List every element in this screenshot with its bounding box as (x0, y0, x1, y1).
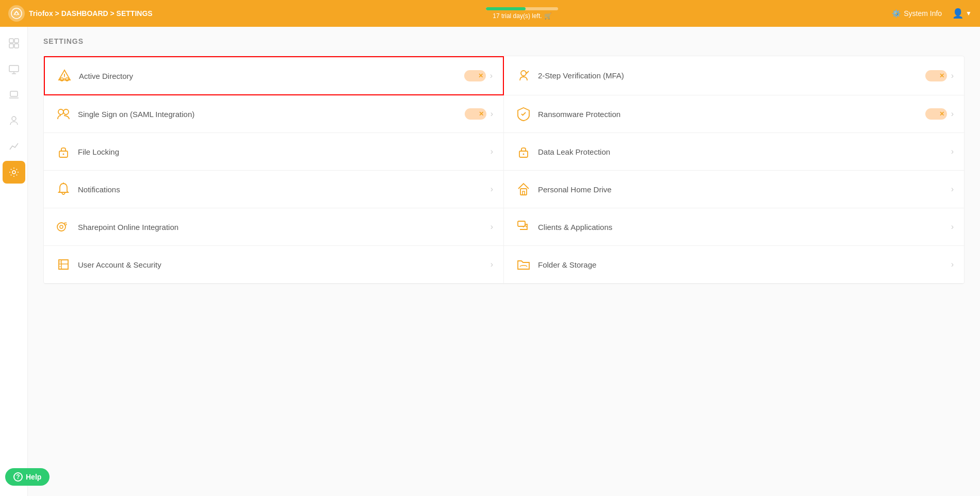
trial-progress-fill (486, 7, 526, 10)
user-account-label: User Account & Security (78, 260, 486, 269)
toggle-switch-ransomware[interactable]: ✕ (925, 108, 947, 120)
clients-icon (514, 218, 533, 236)
user-account-chevron: › (491, 260, 493, 269)
trial-bar-container: 17 trial day(s) left. 🛒 (486, 7, 558, 20)
help-circle-icon: ? (13, 472, 23, 482)
svg-point-9 (12, 171, 15, 174)
sidebar-item-dashboard[interactable] (3, 32, 25, 55)
svg-rect-2 (9, 39, 13, 43)
personal-home-chevron: › (951, 185, 954, 194)
svg-rect-7 (10, 91, 18, 96)
settings-item-folder-storage[interactable]: Folder & Storage › (504, 246, 964, 284)
user-avatar[interactable]: 👤 ▼ (952, 8, 972, 19)
sidebar-item-analytics[interactable] (3, 135, 25, 158)
sharepoint-label: Sharepoint Online Integration (78, 223, 486, 232)
settings-item-personal-home[interactable]: Personal Home Drive › (504, 171, 964, 208)
system-info-label: System Info (904, 9, 942, 18)
sidebar-item-laptop[interactable] (3, 84, 25, 106)
svg-rect-26 (518, 221, 525, 226)
active-directory-icon (55, 67, 74, 85)
folder-storage-chevron: › (951, 260, 954, 269)
notifications-chevron: › (491, 185, 493, 194)
main-layout: SETTINGS Active Directory (0, 27, 980, 496)
sharepoint-chevron: › (491, 222, 493, 232)
ransomware-chevron: › (951, 109, 954, 119)
trial-label: 17 trial day(s) left. (493, 12, 542, 20)
file-locking-icon (54, 142, 73, 161)
ransomware-toggle[interactable]: ✕ (925, 108, 947, 120)
sso-icon (54, 105, 73, 123)
toggle-switch-sso[interactable]: ✕ (465, 108, 486, 120)
settings-item-notifications[interactable]: Notifications › (44, 171, 504, 208)
notifications-icon (54, 180, 73, 199)
sidebar-item-users[interactable] (3, 109, 25, 132)
trial-progress-bar (486, 7, 558, 10)
user-icon: 👤 (952, 8, 963, 19)
logo[interactable] (8, 5, 25, 22)
svg-point-12 (66, 78, 69, 81)
folder-storage-label: Folder & Storage (538, 260, 947, 269)
page-title: SETTINGS (43, 37, 965, 45)
settings-item-sso[interactable]: Single Sign on (SAML Integration) ✕ › (44, 95, 504, 133)
toggle-x-ransomware-icon: ✕ (939, 110, 944, 118)
personal-home-label: Personal Home Drive (538, 185, 947, 194)
header-right: ⚙️ System Info 👤 ▼ (892, 8, 972, 19)
2step-toggle[interactable]: ✕ (925, 70, 947, 81)
svg-point-27 (60, 261, 61, 262)
svg-rect-22 (522, 191, 525, 195)
svg-point-28 (60, 266, 61, 267)
active-directory-label: Active Directory (79, 72, 464, 80)
active-directory-toggle[interactable]: ✕ (464, 70, 486, 81)
brand-name: Triofox (29, 9, 53, 18)
2step-icon (514, 67, 533, 85)
cart-icon[interactable]: 🛒 (544, 12, 552, 20)
svg-point-0 (11, 8, 22, 19)
settings-item-file-locking[interactable]: File Locking › (44, 133, 504, 171)
folder-storage-icon (514, 255, 533, 274)
svg-text:S: S (64, 221, 67, 226)
settings-item-ransomware[interactable]: Ransomware Protection ✕ › (504, 95, 964, 133)
sep1: > (55, 9, 61, 18)
settings-item-2step[interactable]: 2-Step Verification (MFA) ✕ › (504, 56, 964, 95)
settings-item-user-account[interactable]: User Account & Security › (44, 246, 504, 284)
breadcrumb: Triofox > DASHBOARD > SETTINGS (29, 9, 153, 18)
clients-label: Clients & Applications (538, 223, 947, 232)
settings-item-data-leak[interactable]: Data Leak Protection › (504, 133, 964, 171)
dashboard-link[interactable]: DASHBOARD (61, 9, 108, 18)
sharepoint-icon: S (54, 218, 73, 236)
data-leak-chevron: › (951, 147, 954, 156)
settings-item-clients[interactable]: Clients & Applications › (504, 208, 964, 246)
sidebar-item-devices[interactable] (3, 58, 25, 80)
settings-item-active-directory[interactable]: Active Directory ✕ › (44, 56, 504, 95)
toggle-switch-2step[interactable]: ✕ (925, 70, 947, 81)
svg-rect-6 (9, 65, 19, 72)
clients-chevron: › (951, 222, 954, 232)
svg-point-17 (63, 154, 64, 155)
svg-point-14 (58, 109, 63, 114)
header-left: Triofox > DASHBOARD > SETTINGS (8, 5, 153, 22)
file-locking-chevron: › (491, 147, 493, 156)
svg-point-8 (12, 117, 16, 121)
svg-point-13 (521, 71, 526, 76)
2step-label: 2-Step Verification (MFA) (538, 71, 925, 80)
toggle-x-sso-icon: ✕ (479, 110, 484, 118)
sidebar-item-settings[interactable] (3, 161, 25, 184)
sso-chevron: › (491, 109, 493, 119)
sso-toggle[interactable]: ✕ (465, 108, 486, 120)
2step-chevron: › (951, 71, 954, 80)
help-button[interactable]: ? Help (5, 468, 50, 486)
svg-point-11 (60, 78, 63, 81)
active-directory-chevron: › (490, 71, 493, 80)
svg-rect-3 (14, 39, 19, 43)
svg-point-10 (64, 78, 65, 79)
toggle-switch-active-directory[interactable]: ✕ (464, 70, 486, 81)
svg-rect-4 (9, 44, 13, 48)
notifications-label: Notifications (78, 185, 486, 194)
data-leak-icon (514, 142, 533, 161)
settings-link[interactable]: SETTINGS (117, 9, 153, 18)
settings-grid: Active Directory ✕ › 2-Step Ver (43, 56, 965, 284)
settings-item-sharepoint[interactable]: S Sharepoint Online Integration › (44, 208, 504, 246)
sso-label: Single Sign on (SAML Integration) (78, 110, 465, 119)
header-center: 17 trial day(s) left. 🛒 (486, 7, 558, 20)
system-info-button[interactable]: ⚙️ System Info (892, 9, 942, 18)
